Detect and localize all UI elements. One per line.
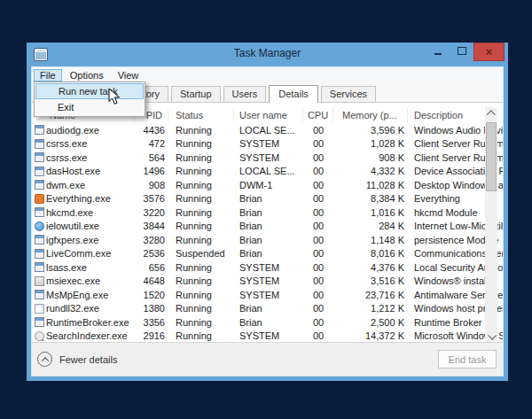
cell-status: Running bbox=[168, 303, 234, 314]
end-task-button[interactable]: End task bbox=[438, 350, 497, 369]
cell-user: Brian bbox=[234, 221, 303, 231]
search-app-icon bbox=[35, 331, 44, 341]
scroll-up-button[interactable] bbox=[485, 107, 497, 120]
table-row[interactable]: hkcmd.exe3220RunningBrian001,016 Khkcmd … bbox=[32, 206, 503, 220]
table-row[interactable]: lsass.exe656RunningSYSTEM004,376 KLocal … bbox=[32, 260, 503, 275]
cell-status: Running bbox=[168, 152, 234, 163]
menu-view[interactable]: View bbox=[112, 69, 145, 81]
cell-pid: 3844 bbox=[135, 221, 168, 231]
table-row[interactable]: csrss.exe472RunningSYSTEM001,028 KClient… bbox=[32, 137, 503, 151]
minimize-button[interactable] bbox=[426, 43, 450, 59]
exe-app-icon bbox=[35, 167, 44, 176]
cell-status: Running bbox=[168, 125, 234, 136]
tab-users[interactable]: Users bbox=[223, 86, 267, 102]
table-row[interactable]: csrss.exe564RunningSYSTEM00908 KClient S… bbox=[32, 151, 503, 165]
exe-app-icon bbox=[35, 139, 44, 149]
everything-app-icon bbox=[35, 194, 44, 204]
cell-cpu: 00 bbox=[303, 193, 333, 204]
cell-cpu: 00 bbox=[303, 262, 333, 273]
table-row[interactable]: SearchIndexer.exe2916RunningSYSTEM0014,3… bbox=[32, 330, 503, 343]
cell-status: Running bbox=[168, 193, 234, 204]
menu-item-exit[interactable]: Exit bbox=[35, 99, 144, 115]
column-header-status[interactable]: Status bbox=[168, 108, 234, 122]
cell-user: LOCAL SE... bbox=[234, 166, 303, 176]
menu-item-run-new-task[interactable]: Run new task bbox=[35, 83, 144, 99]
page-app-icon bbox=[35, 304, 44, 314]
table-row[interactable]: MsMpEng.exe1520RunningSYSTEM0023,716 KAn… bbox=[32, 288, 503, 302]
cell-status: Running bbox=[168, 262, 234, 273]
table-row[interactable]: rundll32.exe1380RunningBrian001,212 KWin… bbox=[32, 302, 503, 316]
fewer-details-toggle[interactable]: Fewer details bbox=[37, 352, 117, 367]
scroll-down-button[interactable] bbox=[485, 330, 497, 342]
table-row[interactable]: igfxpers.exe3280RunningBrian001,148 Kper… bbox=[32, 233, 503, 247]
menu-file[interactable]: File bbox=[34, 69, 62, 81]
cell-mem: 8,384 K bbox=[333, 193, 408, 204]
maximize-button[interactable] bbox=[450, 43, 473, 59]
column-header-memory[interactable]: Memory (p... bbox=[333, 108, 408, 122]
cell-mem: 1,028 K bbox=[333, 138, 408, 149]
cell-pid: 4436 bbox=[135, 125, 168, 136]
scrollbar-thumb[interactable] bbox=[486, 122, 497, 191]
cell-pid: 4648 bbox=[135, 275, 168, 286]
status-bar: Fewer details End task bbox=[32, 342, 503, 376]
cell-mem: 4,376 K bbox=[333, 262, 408, 273]
exe-app-icon bbox=[35, 317, 44, 327]
menu-options[interactable]: Options bbox=[64, 69, 110, 81]
cell-status: Running bbox=[168, 221, 234, 231]
table-row[interactable]: audiodg.exe4436RunningLOCAL SE...003,596… bbox=[32, 123, 503, 137]
cell-status: Running bbox=[168, 275, 234, 286]
tab-startup[interactable]: Startup bbox=[171, 86, 220, 102]
tab-services[interactable]: Services bbox=[321, 86, 376, 102]
cell-cpu: 00 bbox=[303, 138, 333, 149]
cell-user: SYSTEM bbox=[234, 290, 303, 300]
cell-status: Running bbox=[168, 290, 234, 300]
cell-cpu: 00 bbox=[303, 275, 333, 286]
cell-status: Running bbox=[168, 180, 234, 190]
exe-app-icon bbox=[35, 290, 44, 299]
cell-pid: 1496 bbox=[135, 166, 168, 176]
cell-pid: 2916 bbox=[135, 330, 168, 341]
table-row[interactable]: Everything.exe3576RunningBrian008,384 KE… bbox=[32, 192, 503, 206]
cell-mem: 14,372 K bbox=[333, 330, 408, 341]
table-row[interactable]: dasHost.exe1496RunningLOCAL SE...004,332… bbox=[32, 165, 503, 179]
cell-mem: 4,332 K bbox=[333, 166, 408, 176]
mouse-cursor bbox=[108, 88, 121, 106]
exe-app-icon bbox=[35, 262, 44, 272]
table-body: audiodg.exe4436RunningLOCAL SE...003,596… bbox=[32, 123, 503, 342]
cell-pid: 3576 bbox=[135, 193, 168, 204]
cell-name: dwm.exe bbox=[46, 180, 135, 190]
cell-mem: 23,716 K bbox=[333, 290, 408, 300]
window-content: File Options View Run new task Exit App … bbox=[31, 66, 504, 376]
column-header-cpu[interactable]: CPU bbox=[303, 108, 333, 122]
cell-pid: 3280 bbox=[135, 235, 168, 245]
cell-name: csrss.exe bbox=[46, 138, 135, 149]
table-row[interactable]: dwm.exe908RunningDWM-10011,028 KDesktop … bbox=[32, 178, 503, 192]
vertical-scrollbar[interactable] bbox=[485, 107, 497, 342]
close-button[interactable]: × bbox=[473, 43, 505, 61]
table-row[interactable]: ielowutil.exe3844RunningBrian00284 KInte… bbox=[32, 220, 503, 234]
tab-details[interactable]: Details bbox=[269, 85, 318, 103]
table-row[interactable]: LiveComm.exe2536SuspendedBrian008,016 KC… bbox=[32, 247, 503, 261]
cell-name: LiveComm.exe bbox=[46, 248, 135, 259]
cell-name: hkcmd.exe bbox=[46, 207, 135, 218]
titlebar[interactable]: Task Manager × bbox=[31, 43, 504, 66]
cell-status: Running bbox=[168, 138, 234, 149]
cell-mem: 284 K bbox=[333, 221, 408, 231]
cell-pid: 3356 bbox=[135, 317, 168, 328]
cell-cpu: 00 bbox=[303, 180, 333, 190]
cell-pid: 656 bbox=[135, 262, 168, 273]
cell-user: SYSTEM bbox=[234, 275, 303, 286]
cell-name: SearchIndexer.exe bbox=[46, 330, 135, 341]
table-row[interactable]: RuntimeBroker.exe3356RunningBrian002,500… bbox=[32, 315, 503, 330]
exe-app-icon bbox=[35, 207, 44, 217]
exe-app-icon bbox=[35, 235, 44, 244]
msi-app-icon bbox=[35, 276, 44, 286]
exe-app-icon bbox=[35, 249, 44, 259]
column-header-user-name[interactable]: User name bbox=[234, 108, 303, 122]
chevron-up-circle-icon bbox=[37, 352, 52, 367]
cell-status: Running bbox=[168, 317, 234, 328]
table-row[interactable]: msiexec.exe4648RunningSYSTEM003,516 KWin… bbox=[32, 275, 503, 289]
cell-cpu: 00 bbox=[303, 152, 333, 163]
cell-name: csrss.exe bbox=[46, 152, 135, 163]
cell-cpu: 00 bbox=[303, 317, 333, 328]
